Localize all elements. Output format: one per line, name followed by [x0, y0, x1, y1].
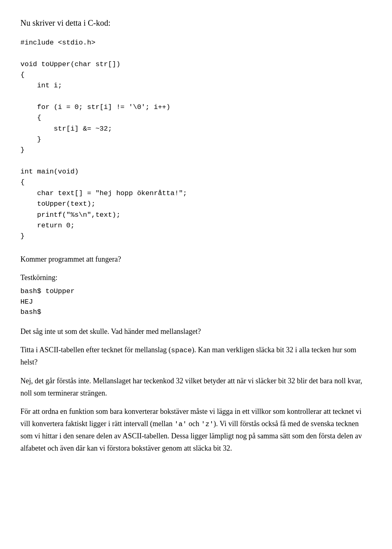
page-heading: Nu skriver vi detta i C-kod:	[20, 16, 372, 29]
paragraph-4-and: och	[187, 420, 201, 428]
terminal-block: bash$ toUpper HEJ bash$	[20, 286, 372, 318]
paragraph-3: Nej, det går förstås inte. Mellanslaget …	[20, 375, 372, 399]
paragraph-2-part1: Titta i ASCII-tabellen efter tecknet för…	[20, 346, 171, 354]
question-text: Kommer programmet att fungera?	[20, 253, 372, 266]
paragraph-2-code: space	[171, 347, 192, 354]
test-label: Testkörning:	[20, 272, 372, 284]
paragraph-4: För att ordna en funktion som bara konve…	[20, 406, 372, 454]
code-block-main: #include <stdio.h> void toUpper(char str…	[20, 38, 372, 242]
paragraph-1: Det såg inte ut som det skulle. Vad händ…	[20, 326, 372, 338]
paragraph-4-code2: 'z'	[201, 420, 214, 428]
paragraph-4-code1: 'a'	[174, 420, 187, 428]
paragraph-2: Titta i ASCII-tabellen efter tecknet för…	[20, 344, 372, 369]
